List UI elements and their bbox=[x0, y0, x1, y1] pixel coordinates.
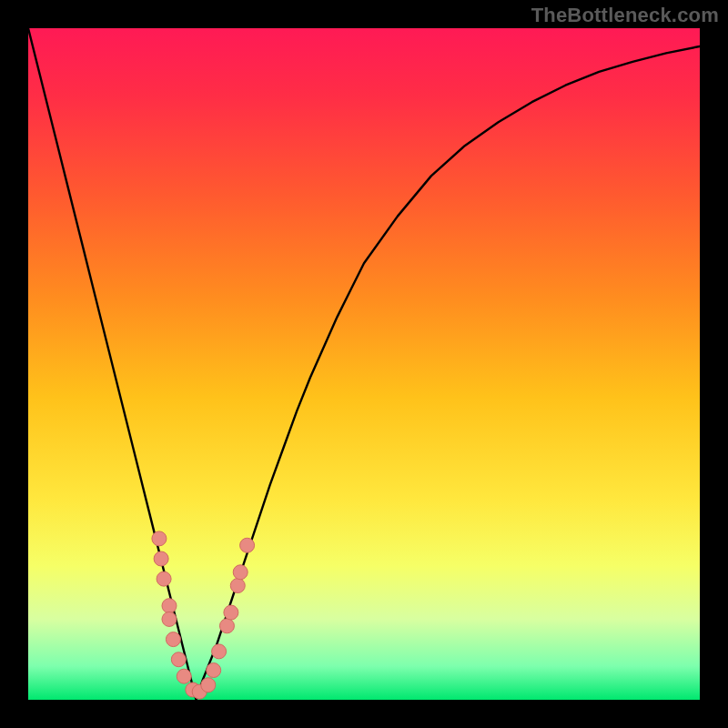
chart-frame: TheBottleneck.com bbox=[0, 0, 728, 728]
data-marker bbox=[230, 579, 245, 593]
data-marker bbox=[233, 565, 248, 580]
data-marker bbox=[162, 599, 177, 613]
data-marker bbox=[171, 652, 186, 667]
data-marker bbox=[152, 531, 167, 546]
data-marker bbox=[177, 669, 191, 683]
data-marker bbox=[212, 644, 227, 659]
bottleneck-curve-chart bbox=[28, 28, 700, 700]
data-marker bbox=[154, 551, 168, 566]
data-marker bbox=[219, 619, 234, 633]
watermark-text: TheBottleneck.com bbox=[531, 4, 719, 27]
plot-area bbox=[28, 28, 700, 700]
data-marker bbox=[166, 632, 180, 647]
data-marker bbox=[224, 605, 238, 620]
data-marker bbox=[162, 612, 177, 626]
data-marker bbox=[207, 663, 221, 678]
gradient-background bbox=[28, 28, 700, 700]
data-marker bbox=[157, 571, 171, 586]
data-marker bbox=[240, 538, 255, 552]
data-marker bbox=[201, 678, 216, 693]
